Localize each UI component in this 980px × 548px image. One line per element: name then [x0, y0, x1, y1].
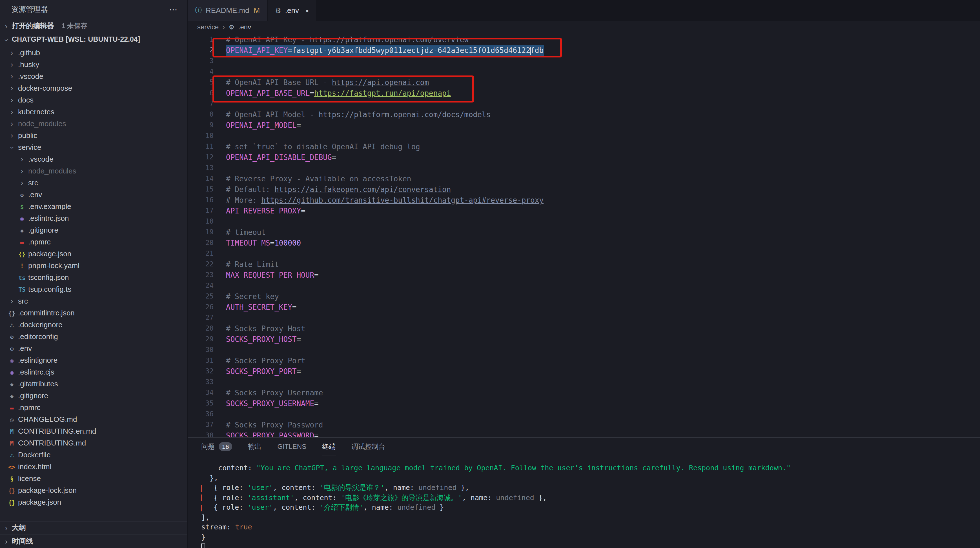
- tree-item-editorconfig[interactable]: ⚙.editorconfig: [0, 330, 187, 342]
- code-line: 21: [188, 248, 980, 259]
- panel-tab-[interactable]: 问题16: [201, 438, 232, 456]
- line-number: 18: [188, 216, 213, 227]
- tree-item-docker-compose[interactable]: ›docker-compose: [0, 82, 187, 94]
- file-tree: ›.github›.husky›.vscode›docker-compose›d…: [0, 46, 187, 521]
- line-number: 37: [188, 419, 213, 430]
- problems-count-badge: 16: [219, 442, 232, 451]
- tree-item-contributing-md[interactable]: MCONTRIBUTING.md: [0, 437, 187, 449]
- tree-item-env-example[interactable]: $.env.example: [0, 200, 187, 212]
- code-editor[interactable]: 1# OpenAI API Key - https://platform.ope…: [188, 33, 980, 437]
- tree-item-label: service: [18, 143, 41, 151]
- terminal-text: , content:: [273, 503, 320, 511]
- tree-item-package-json[interactable]: {}package.json: [0, 248, 187, 260]
- comment-text: # set `true` to disable OpenAI API debug…: [226, 143, 420, 151]
- tree-item-npmrc[interactable]: ▬.npmrc: [0, 236, 187, 248]
- tree-item-vscode[interactable]: ›.vscode: [0, 70, 187, 82]
- equals-sign: =: [292, 303, 297, 311]
- open-editors-label: 打开的编辑器: [12, 21, 54, 31]
- line-content: SOCKS_PROXY_HOST=: [226, 334, 301, 345]
- json-icon: {}: [8, 310, 16, 316]
- comment-link: https://github.com/transitive-bullshit/c…: [261, 196, 544, 205]
- chevron-right-icon: ›: [2, 22, 10, 30]
- project-root-section[interactable]: › CHATGPT-WEB [WSL: UBUNTU-22.04]: [0, 33, 187, 46]
- tree-item-husky[interactable]: ›.husky: [0, 59, 187, 70]
- tree-item-gitattributes[interactable]: ◆.gitattributes: [0, 378, 187, 390]
- code-line: 1# OpenAI API Key - https://platform.ope…: [188, 34, 980, 45]
- terminal-output[interactable]: content: "You are ChatGPT, a large langu…: [188, 456, 980, 548]
- terminal-line: stream: true: [201, 522, 980, 532]
- tree-item-src[interactable]: ›src: [0, 295, 187, 307]
- tree-item-vscode[interactable]: ›.vscode: [0, 153, 187, 165]
- comment-link: https://ai.fakeopen.com/api/conversation: [274, 185, 451, 194]
- tree-item-github[interactable]: ›.github: [0, 47, 187, 59]
- terminal-line: ],: [201, 512, 980, 522]
- tree-item-commitlintrc-json[interactable]: {}.commitlintrc.json: [0, 307, 187, 319]
- tab-env[interactable]: ⚙.env●: [268, 0, 317, 21]
- tree-item-package-json[interactable]: {}package.json: [0, 496, 187, 508]
- terminal-text: },: [201, 473, 218, 482]
- terminal-text: },: [457, 483, 469, 492]
- line-content: # set `true` to disable OpenAI API debug…: [226, 141, 420, 152]
- json-icon: {}: [18, 250, 26, 257]
- tree-item-src[interactable]: ›src: [0, 177, 187, 189]
- tree-item-node-modules[interactable]: ›node_modules: [0, 118, 187, 130]
- terminal-text: , content:: [294, 493, 341, 502]
- tree-item-package-lock-json[interactable]: {}package-lock.json: [0, 484, 187, 496]
- terminal-string: 'user': [248, 503, 273, 511]
- tree-item-dockerignore[interactable]: ⚓.dockerignore: [0, 319, 187, 330]
- line-number: 14: [188, 173, 213, 184]
- tree-item-index-html[interactable]: <>index.html: [0, 461, 187, 473]
- panel-tab-label: 调试控制台: [352, 442, 385, 451]
- breadcrumb-file[interactable]: .env: [239, 23, 251, 31]
- tree-item-service[interactable]: ›service: [0, 141, 187, 153]
- panel-tab-gitlens[interactable]: GITLENS: [278, 438, 307, 456]
- gear-icon: ⚙: [8, 345, 16, 352]
- tree-item-label: package.json: [18, 498, 61, 506]
- tree-item-label: node_modules: [28, 167, 76, 175]
- line-content: # Socks Proxy Host: [226, 323, 305, 334]
- env-key: OPENAI_API_DISABLE_DEBUG: [226, 153, 332, 162]
- equals-sign: =: [296, 367, 301, 376]
- tree-item-pnpm-lock-yaml[interactable]: !pnpm-lock.yaml: [0, 260, 187, 272]
- line-content: OPENAI_API_MODEL=: [226, 120, 301, 131]
- tab-label: .env: [285, 6, 299, 15]
- line-number: 10: [188, 131, 213, 141]
- tree-item-changelog-md[interactable]: ◷CHANGELOG.md: [0, 413, 187, 425]
- line-number: 8: [188, 109, 213, 120]
- more-actions-icon[interactable]: ⋯: [169, 5, 178, 15]
- tree-item-gitignore[interactable]: ◆.gitignore: [0, 390, 187, 402]
- tree-item-gitignore[interactable]: ◆.gitignore: [0, 224, 187, 236]
- tree-item-tsup-config-ts[interactable]: TStsup.config.ts: [0, 283, 187, 295]
- tab-readme-md[interactable]: ⓘREADME.mdM: [188, 0, 268, 21]
- panel-tab-[interactable]: 终端: [322, 438, 336, 456]
- tree-item-node-modules[interactable]: ›node_modules: [0, 165, 187, 177]
- outline-section[interactable]: › 大纲: [0, 521, 187, 534]
- tree-item-env[interactable]: ⚙.env: [0, 189, 187, 200]
- unsaved-dot-icon: ●: [306, 8, 309, 13]
- tree-item-eslintrc-cjs[interactable]: ◉.eslintrc.cjs: [0, 366, 187, 378]
- tree-item-license[interactable]: §license: [0, 473, 187, 484]
- tree-item-eslintignore[interactable]: ◉.eslintignore: [0, 354, 187, 366]
- tree-item-eslintrc-json[interactable]: ◉.eslintrc.json: [0, 212, 187, 224]
- chevron-right-icon: ›: [8, 48, 16, 57]
- line-content: # Rate Limit: [226, 259, 279, 270]
- panel-tab-[interactable]: 输出: [248, 438, 262, 456]
- tree-item-public[interactable]: ›public: [0, 130, 187, 141]
- breadcrumb-folder[interactable]: service: [197, 23, 219, 31]
- tree-item-npmrc[interactable]: ▬.npmrc: [0, 402, 187, 413]
- tree-item-contributing-en-md[interactable]: MCONTRIBUTING.en.md: [0, 425, 187, 437]
- tree-item-docs[interactable]: ›docs: [0, 94, 187, 106]
- env-value: fdb: [530, 46, 544, 55]
- open-editors-section[interactable]: › 打开的编辑器 1 未保存: [0, 19, 187, 33]
- timeline-section[interactable]: › 时间线: [0, 534, 187, 548]
- tree-item-kubernetes[interactable]: ›kubernetes: [0, 106, 187, 118]
- tree-item-env[interactable]: ⚙.env: [0, 342, 187, 354]
- project-root-label: CHATGPT-WEB [WSL: UBUNTU-22.04]: [12, 35, 140, 43]
- tree-item-dockerfile[interactable]: ⚓Dockerfile: [0, 449, 187, 461]
- line-number: 4: [188, 67, 213, 77]
- tree-item-label: .npmrc: [18, 403, 40, 412]
- panel-tab-[interactable]: 调试控制台: [352, 438, 385, 456]
- line-content: # Secret key: [226, 291, 279, 302]
- explorer-header: 资源管理器 ⋯: [0, 0, 187, 19]
- tree-item-tsconfig-json[interactable]: tstsconfig.json: [0, 272, 187, 283]
